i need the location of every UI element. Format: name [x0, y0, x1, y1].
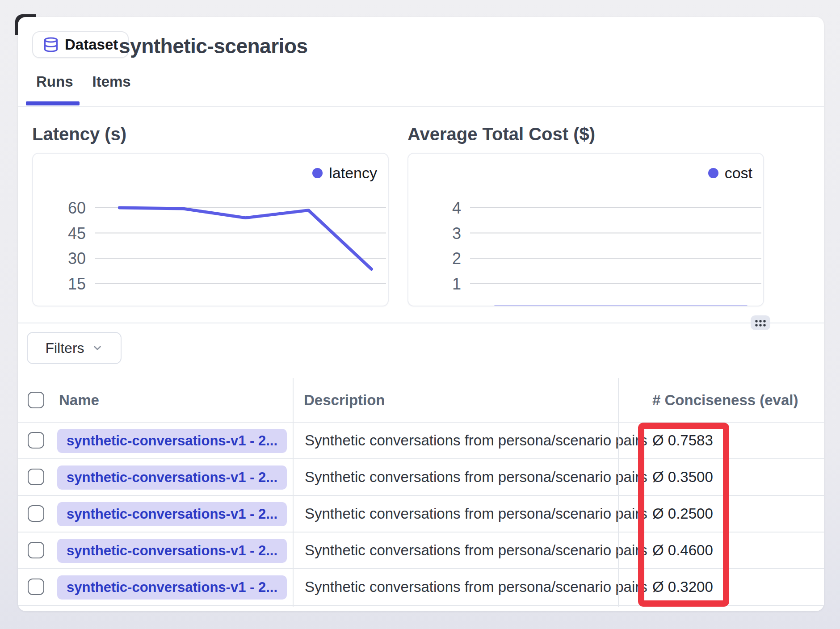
- chevron-down-icon: [92, 342, 103, 354]
- svg-text:3: 3: [452, 224, 461, 243]
- svg-text:15: 15: [68, 275, 86, 293]
- svg-text:60: 60: [68, 199, 86, 217]
- run-description: Synthetic conversations from persona/sce…: [305, 496, 647, 532]
- run-name-link[interactable]: synthetic-conversations-v1 - 2...: [57, 502, 287, 526]
- table-row: synthetic-conversations-v1 - 2... Synthe…: [18, 569, 824, 606]
- table-header-row: Name Description # Conciseness (eval): [18, 378, 824, 423]
- cost-chart-card: cost 4321: [407, 153, 764, 306]
- svg-text:2: 2: [452, 249, 461, 268]
- chart-title-cost: Average Total Cost ($): [407, 124, 595, 144]
- run-name-link[interactable]: synthetic-conversations-v1 - 2...: [57, 465, 287, 490]
- table-row: synthetic-conversations-v1 - 2... Synthe…: [18, 423, 824, 459]
- row-checkbox[interactable]: [28, 469, 44, 485]
- svg-text:30: 30: [68, 249, 86, 268]
- column-header-name: Name: [59, 378, 99, 423]
- dataset-panel: Dataset synthetic-scenarios Runs Items L…: [18, 17, 824, 611]
- table-row: synthetic-conversations-v1 - 2... Synthe…: [18, 496, 824, 533]
- legend-dot-icon: [708, 168, 718, 178]
- conciseness-value: Ø 0.3500: [652, 459, 713, 495]
- page-title: synthetic-scenarios: [119, 34, 308, 58]
- run-description: Synthetic conversations from persona/sce…: [305, 423, 647, 458]
- conciseness-value: Ø 0.7583: [652, 423, 713, 458]
- row-checkbox[interactable]: [28, 579, 44, 595]
- database-icon: [43, 37, 59, 53]
- tab-bar: Runs Items: [36, 73, 131, 90]
- run-name-link[interactable]: synthetic-conversations-v1 - 2...: [57, 539, 287, 563]
- run-description: Synthetic conversations from persona/sce…: [305, 459, 647, 495]
- active-tab-indicator: [26, 101, 80, 105]
- column-divider: [293, 378, 294, 607]
- drag-handle[interactable]: [751, 315, 770, 330]
- chart-title-latency: Latency (s): [32, 124, 126, 144]
- svg-text:4: 4: [452, 199, 461, 217]
- conciseness-value: Ø 0.2500: [652, 496, 713, 532]
- run-description: Synthetic conversations from persona/sce…: [305, 533, 647, 568]
- table-row: synthetic-conversations-v1 - 2... Synthe…: [18, 459, 824, 496]
- row-checkbox[interactable]: [28, 432, 44, 449]
- latency-chart-card: latency 60453015: [32, 153, 389, 306]
- legend-label: latency: [329, 164, 377, 182]
- column-header-description: Description: [304, 378, 385, 423]
- tab-items[interactable]: Items: [92, 73, 131, 90]
- legend-label: cost: [725, 164, 752, 182]
- column-header-conciseness: # Conciseness (eval): [652, 378, 798, 423]
- filters-button-label: Filters: [45, 340, 84, 356]
- table-row: synthetic-conversations-v1 - 2... Synthe…: [18, 533, 824, 569]
- latency-chart-legend: latency: [312, 164, 377, 182]
- header-divider: [18, 106, 824, 107]
- select-all-checkbox[interactable]: [28, 392, 44, 408]
- legend-dot-icon: [312, 168, 323, 178]
- filters-button[interactable]: Filters: [27, 332, 122, 364]
- section-divider: [18, 323, 824, 323]
- run-description: Synthetic conversations from persona/sce…: [305, 569, 647, 605]
- conciseness-value: Ø 0.4600: [652, 533, 713, 568]
- run-name-link[interactable]: synthetic-conversations-v1 - 2...: [57, 429, 287, 453]
- cost-chart-legend: cost: [708, 164, 752, 182]
- tab-runs[interactable]: Runs: [36, 73, 73, 90]
- row-checkbox[interactable]: [28, 542, 44, 558]
- row-checkbox[interactable]: [28, 505, 44, 522]
- dataset-badge-label: Dataset: [65, 36, 118, 53]
- dataset-type-badge: Dataset: [32, 31, 129, 58]
- column-divider: [618, 378, 619, 607]
- run-name-link[interactable]: synthetic-conversations-v1 - 2...: [57, 575, 287, 600]
- svg-text:1: 1: [452, 275, 461, 293]
- conciseness-value: Ø 0.3200: [652, 569, 713, 605]
- svg-text:45: 45: [68, 224, 86, 243]
- grip-dots-icon: [753, 318, 768, 328]
